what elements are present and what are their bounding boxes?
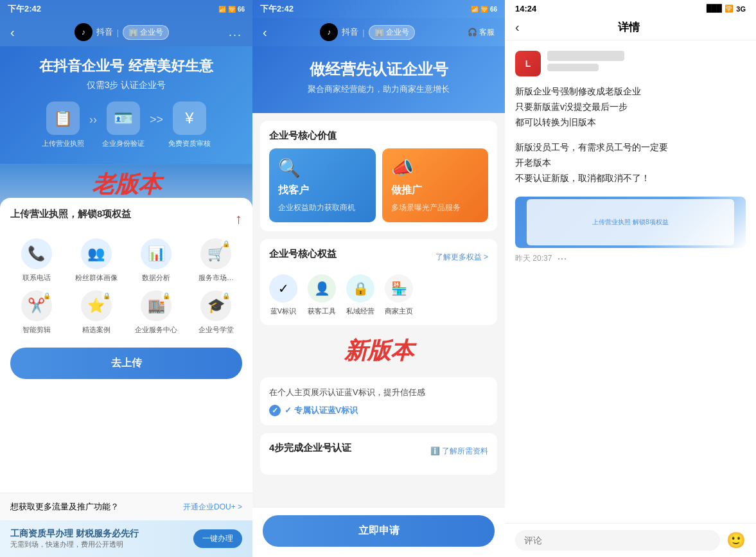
comment-bar: 🙂 (505, 523, 756, 557)
time-2: 下午2:42 (260, 3, 294, 15)
customer-service-button[interactable]: 🎧 客服 (468, 27, 495, 38)
user-info (547, 51, 624, 76)
benefits-card: 企业号核心权益 了解更多权益 > ✓ 蓝V标识 👤 获客工具 🔒 私域经营 🏪 (260, 239, 497, 325)
step-label-3: 免费资质审核 (168, 139, 211, 148)
step-label-2: 企业身份验证 (102, 139, 145, 148)
detail-back-button[interactable]: ‹ (515, 20, 520, 35)
icon-school: 🎓 🔒 (200, 290, 231, 321)
benefits-more-link[interactable]: 了解更多权益 > (435, 252, 488, 263)
icon-item-5: ✂️ 🔒 智能剪辑 (10, 290, 62, 335)
apply-bar: 立即申请 (252, 507, 505, 557)
icon-data: 📊 (141, 238, 171, 269)
p2-scroll-content[interactable]: 企业号核心价值 🔍 找客户 企业权益助力获取商机 📣 做推广 多场景曝光产品服务… (252, 113, 505, 557)
bluev-desc-card: 在个人主页展示认证蓝V标识，提升信任感 ✓ ✓ 专属认证蓝V标识 (260, 377, 497, 425)
emoji-button[interactable]: 🙂 (726, 531, 746, 549)
icon-item-2: 👥 粉丝群体画像 (70, 238, 122, 283)
cv-sub-2: 多场景曝光产品服务 (391, 202, 461, 213)
step-3: ¥ 免费资质审核 (168, 102, 211, 148)
promo-link[interactable]: 开通企业DOU+ > (183, 502, 242, 513)
status-icons-3: ▉▉▉ 🛜 3G (707, 4, 746, 13)
nav-enterprise-1[interactable]: 🏢 企业号 (123, 25, 169, 40)
message-text-2: 新版没员工号，有需求员工号的一定要 开老版本 不要认证新版，取消都取消不了！ (515, 140, 746, 186)
private-icon: 🔒 (346, 274, 374, 303)
icon-label-3: 数据分析 (142, 273, 170, 283)
benefit-merchant[interactable]: 🏪 商家主页 (385, 274, 413, 316)
icons-grid: 📞 联系电话 👥 粉丝群体画像 📊 数据分析 🛒 🔒 服务市场… ✂️ 🔒 (10, 238, 242, 335)
enterprise-icon-2: 🏢 (374, 28, 384, 37)
core-value-title: 企业号核心价值 (269, 130, 488, 142)
steps-header: 4步完成企业号认证 ℹ️ 了解所需资料 (269, 442, 488, 461)
status-bar-3: 14:24 ▉▉▉ 🛜 3G (505, 0, 756, 15)
icon-item-6: ⭐ 🔒 精选案例 (70, 290, 122, 335)
status-icons-2: 📶 🛜 66 (471, 6, 497, 13)
wifi-icon-2: 🛜 (480, 6, 488, 13)
comment-input[interactable] (515, 530, 720, 551)
status-bar-1: 下午2:42 📶 🛜 66 (0, 0, 252, 18)
benefit-label-4: 商家主页 (385, 306, 413, 316)
back-button-1[interactable]: ‹ (10, 25, 15, 40)
apply-button[interactable]: 立即申请 (263, 515, 495, 547)
timestamp: 昨天 20:37 (515, 253, 552, 264)
user-avatar: L (515, 51, 541, 76)
p2-hero-sub: 聚合商家经营能力，助力商家生意增长 (263, 84, 495, 95)
benefits-title: 企业号核心权益 (269, 248, 337, 260)
douyin-logo-1: ♪ (75, 23, 92, 41)
arrow-icon: ↑ (235, 211, 242, 227)
icon-label-7: 企业服务中心 (135, 325, 177, 335)
new-version-label: 新版本 (252, 333, 505, 369)
core-value-grid: 🔍 找客户 企业权益助力获取商机 📣 做推广 多场景曝光产品服务 (269, 148, 488, 222)
nav-center-1: ♪ 抖音 | 🏢 企业号 (75, 23, 169, 41)
icon-label-1: 联系电话 (22, 273, 51, 283)
icon-item-7: 🏬 🔒 企业服务中心 (130, 290, 182, 335)
battery-icon-2: 66 (490, 6, 497, 13)
enterprise-icon-1: 🏢 (128, 28, 138, 37)
cv-title-2: 做推广 (391, 184, 422, 197)
more-button[interactable]: ··· (557, 252, 567, 265)
nav-enterprise-2[interactable]: 🏢 企业号 (369, 25, 415, 40)
nav-bar-1: ‹ ♪ 抖音 | 🏢 企业号 ... (0, 18, 252, 46)
step-icon-3: ¥ (173, 102, 206, 135)
customer-tool-icon: 👤 (308, 274, 336, 303)
nav-more-1[interactable]: ... (229, 26, 242, 39)
icon-label-8: 企业号学堂 (198, 325, 234, 335)
steps-link[interactable]: ℹ️ 了解所需资料 (430, 446, 488, 457)
benefit-bluev[interactable]: ✓ 蓝V标识 (269, 274, 297, 316)
steps-card: 4步完成企业号认证 ℹ️ 了解所需资料 (260, 433, 497, 475)
content-card-1: 上传营业执照，解锁8项权益 ↑ 📞 联系电话 👥 粉丝群体画像 📊 数据分析 🛒… (0, 198, 252, 493)
benefit-private[interactable]: 🔒 私域经营 (346, 274, 374, 316)
user-sub-blurred (547, 64, 599, 71)
icon-label-2: 粉丝群体画像 (75, 273, 118, 283)
banner-button[interactable]: 一键办理 (193, 529, 242, 548)
cv-find-customer[interactable]: 🔍 找客户 企业权益助力获取商机 (269, 148, 376, 222)
p2-hero: 做经营先认证企业号 聚合商家经营能力，助力商家生意增长 (252, 46, 505, 113)
upload-button[interactable]: 去上传 (10, 348, 242, 379)
cv-promote[interactable]: 📣 做推广 多场景曝光产品服务 (382, 148, 489, 222)
image-preview[interactable]: 上传营业执照 解锁8项权益 (515, 197, 746, 248)
icon-label-6: 精选案例 (82, 325, 110, 335)
promo-text: 想获取更多流量及推广功能？ (10, 501, 119, 513)
banner-sub: 无需到场，快速办理，费用公开透明 (10, 540, 139, 549)
lock-icon-7: 🔒 (161, 290, 171, 301)
icon-label-4: 服务市场… (198, 273, 234, 283)
message-block-1: 新版企业号强制修改成老版企业 只要新版蓝v没提交最后一步 都可以转换为旧版本 (515, 84, 746, 130)
benefit-customer-tool[interactable]: 👤 获客工具 (308, 274, 336, 316)
back-button-2[interactable]: ‹ (263, 25, 267, 40)
hero-subtitle-1: 仅需3步 认证企业号 (10, 80, 242, 91)
message-text-1: 新版企业号强制修改成老版企业 只要新版蓝v没提交最后一步 都可以转换为旧版本 (515, 84, 746, 130)
benefit-icons-row: ✓ 蓝V标识 👤 获客工具 🔒 私域经营 🏪 商家主页 (269, 274, 488, 316)
old-version-label: 老版本 (0, 164, 252, 203)
detail-content[interactable]: L 新版企业号强制修改成老版企业 只要新版蓝v没提交最后一步 都可以转换为旧版本… (505, 40, 756, 523)
nav-app-name-2: 抖音 (342, 26, 358, 38)
find-customer-icon: 🔍 (278, 157, 301, 179)
step-1: 📋 上传营业执照 (42, 102, 84, 148)
username-blurred (547, 51, 624, 61)
status-bar-2: 下午2:42 📶 🛜 66 (252, 0, 505, 18)
detail-nav: ‹ 详情 (505, 15, 756, 40)
douyin-logo-2: ♪ (320, 23, 338, 41)
step-arrow-1: ›› (89, 113, 97, 127)
benefit-label-3: 私域经营 (346, 306, 374, 316)
step-icon-2: 🪪 (107, 102, 140, 135)
panel-new-version: 下午2:42 📶 🛜 66 ‹ ♪ 抖音 | 🏢 企业号 🎧 客服 做经营先认证… (252, 0, 505, 557)
icon-label-5: 智能剪辑 (22, 325, 51, 335)
time-1: 下午2:42 (8, 3, 41, 15)
